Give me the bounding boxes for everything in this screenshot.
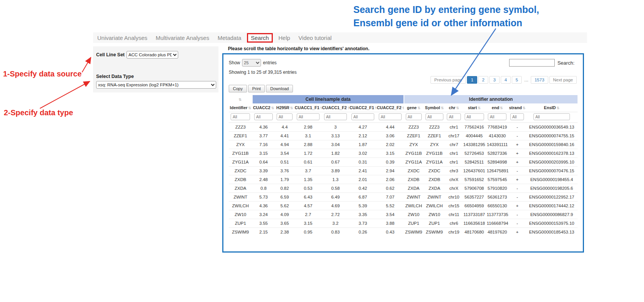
- cell-start: 52842511: [462, 158, 486, 167]
- page-length-select[interactable]: 25: [242, 59, 261, 67]
- filter-input-chr[interactable]: [447, 113, 460, 120]
- col-header-gene[interactable]: gene⇅: [404, 103, 423, 112]
- nav-item-multivariate-analyses[interactable]: Multivariate Analyses: [152, 35, 214, 41]
- col-header-symbol[interactable]: Symbol⇅: [423, 103, 445, 112]
- col-header-start[interactable]: start⇅: [462, 103, 486, 112]
- sort-icon: ⇅: [271, 106, 274, 110]
- sort-icon: ⇅: [522, 106, 525, 110]
- col-header-label: CUACC2_F1: [350, 105, 374, 110]
- cell-cuacc1-f1: 1.72: [294, 149, 322, 158]
- pagination-next-button[interactable]: Next page: [549, 76, 577, 84]
- cell-end: 48197620: [486, 228, 509, 237]
- cell-start: 56357227: [462, 193, 486, 202]
- filter-cell-cuacc1-f2: [322, 112, 349, 123]
- filter-input-symbol[interactable]: [426, 113, 443, 120]
- cell-cuacc2-f1: 1.87: [349, 140, 377, 149]
- nav-item-search[interactable]: Search: [247, 33, 273, 43]
- cell-start: 4004445: [462, 132, 486, 140]
- data-type-select[interactable]: xsq: RNA-seq Expression (log2 FPKM+1): [96, 81, 216, 89]
- cell-h295r: 4.94: [275, 140, 294, 149]
- cell-identifier: ZWILCH: [229, 202, 252, 210]
- col-header-cuacc1-f2[interactable]: CUACC1_F2⇅: [322, 103, 349, 112]
- cell-cuacc1-f2: 3: [322, 123, 349, 132]
- nav-item-video-tutorial[interactable]: Video tutorial: [294, 35, 336, 41]
- nav-item-metadata[interactable]: Metadata: [214, 35, 246, 41]
- cell-h295r: 3.54: [275, 149, 294, 158]
- cell-cuacc1-f2: 0.67: [322, 158, 349, 167]
- col-header-h295r[interactable]: H295R⇅: [275, 103, 294, 112]
- pagination-page-1573-button[interactable]: 1573: [531, 76, 548, 84]
- cell-ensid: ENSG00000162378.13: [526, 149, 578, 158]
- filter-input-cuacc2-f1[interactable]: [351, 113, 374, 120]
- cell-start: 52726453: [462, 149, 486, 158]
- pagination-page-4-button[interactable]: 4: [501, 76, 511, 84]
- cell-h295r: 3.65: [275, 219, 294, 228]
- cell-start: 77562416: [462, 123, 486, 132]
- nav-item-univariate-analyses[interactable]: Univariate Analyses: [93, 35, 152, 41]
- cell-cuacc1-f2: 6.49: [322, 193, 349, 202]
- cell-chr: chr15: [445, 202, 462, 210]
- cell-cuacc2-f1: 2.41: [349, 167, 377, 175]
- pagination-page-3-button[interactable]: 3: [489, 76, 499, 84]
- col-header-cuacc2-f2[interactable]: CUACC2_F2⇅: [377, 103, 404, 112]
- pagination-page-5-button[interactable]: 5: [512, 76, 522, 84]
- filter-input-gene[interactable]: [406, 113, 422, 120]
- cell-h295r: 4.4: [275, 123, 294, 132]
- cell-cuacc2: 2.15: [252, 228, 275, 237]
- page-length-control: Show 25 entries: [229, 59, 277, 67]
- cell-symbol: ZXDB: [423, 175, 445, 184]
- nav-item-help[interactable]: Help: [274, 35, 294, 41]
- cell-strand: +: [509, 140, 526, 149]
- filter-input-cuacc1-f1[interactable]: [297, 113, 320, 120]
- cell-chr: chrX: [445, 184, 462, 193]
- col-header-ensid[interactable]: EnsID⇅: [526, 103, 578, 112]
- cell-cuacc2-f1: 3.35: [349, 210, 377, 219]
- scroll-hint-text: Please scroll the table horizontally to …: [228, 46, 369, 51]
- cell-cuacc2-f2: 2.02: [377, 140, 404, 149]
- sort-icon: ⇅: [239, 98, 242, 102]
- filter-input-h295r[interactable]: [277, 113, 293, 120]
- identifier-group-sort-header[interactable]: ⇅: [229, 95, 252, 103]
- col-header-cuacc2[interactable]: CUACC2⇅: [252, 103, 275, 112]
- cell-chr: chr17: [445, 132, 462, 140]
- cell-line-set-select[interactable]: ACC Colorado plus PDX: [127, 51, 178, 59]
- cell-cuacc2-f1: 0.42: [349, 184, 377, 193]
- col-header-cuacc1-f1[interactable]: CUACC1_F1⇅: [294, 103, 322, 112]
- pagination-ellipsis: …: [523, 76, 530, 83]
- col-header-strand[interactable]: strand⇅: [509, 103, 526, 112]
- table-row-zwilch: ZWILCH4.365.624.574.695.395.52ZWILCHZWIL…: [229, 202, 578, 210]
- cell-h295r: 1.79: [275, 175, 294, 184]
- pagination-page-2-button[interactable]: 2: [478, 76, 488, 84]
- col-header-identifier[interactable]: Identifier⇅: [229, 103, 252, 112]
- filter-input-start[interactable]: [465, 113, 484, 120]
- entries-label: entries: [263, 60, 277, 65]
- col-header-end[interactable]: end⇅: [486, 103, 509, 112]
- showing-entries-text: Showing 1 to 25 of 39,315 entries: [229, 70, 578, 75]
- cell-cuacc1-f2: 0.58: [322, 184, 349, 193]
- filter-input-identifier[interactable]: [231, 113, 250, 120]
- col-header-label: CUACC2_F2: [377, 105, 402, 110]
- col-header-cuacc2-f1[interactable]: CUACC2_F1⇅: [349, 103, 377, 112]
- cell-end: 143391111: [486, 140, 509, 149]
- cell-cuacc1-f2: 1.82: [322, 149, 349, 158]
- cell-gene: ZYG11A: [404, 158, 423, 167]
- filter-input-cuacc1-f2[interactable]: [324, 113, 347, 120]
- filter-input-strand[interactable]: [510, 113, 524, 120]
- filter-input-end[interactable]: [488, 113, 506, 120]
- copy-button[interactable]: Copy: [229, 85, 247, 92]
- filter-input-cuacc2[interactable]: [254, 113, 273, 120]
- cell-symbol: ZUP1: [423, 219, 445, 228]
- print-button[interactable]: Print: [248, 85, 265, 92]
- table-search-input[interactable]: [509, 59, 555, 67]
- pagination-prev-button[interactable]: Previous page: [430, 76, 466, 84]
- filter-cell-ensid: [526, 112, 578, 123]
- cell-cuacc2-f1: 2.12: [349, 132, 377, 140]
- download-button[interactable]: Download: [266, 85, 293, 92]
- pagination-page-1-button[interactable]: 1: [467, 76, 477, 84]
- cell-h295r: 4.41: [275, 132, 294, 140]
- filter-input-ensid[interactable]: [533, 113, 570, 120]
- filter-cell-cuacc2: [252, 112, 275, 123]
- filter-input-cuacc2-f2[interactable]: [379, 113, 402, 120]
- col-header-chr[interactable]: chr⇅: [445, 103, 462, 112]
- sort-icon: ⇅: [500, 106, 503, 110]
